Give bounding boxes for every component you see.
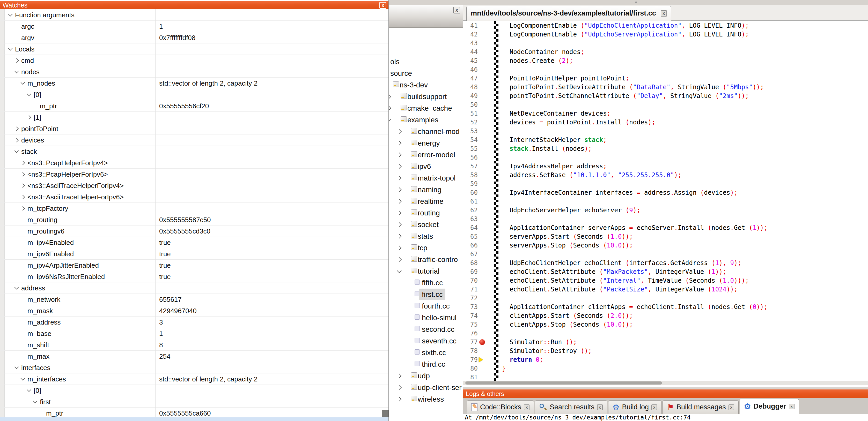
- watch-row[interactable]: Locals: [0, 43, 389, 55]
- code-line[interactable]: 72: [463, 294, 868, 302]
- watch-row[interactable]: [0]: [0, 89, 389, 100]
- chevron-right-icon[interactable]: [389, 94, 391, 99]
- line-number[interactable]: 77: [463, 338, 478, 347]
- code-line[interactable]: 52 devices = pointToPoint.Install (nodes…: [463, 118, 868, 127]
- line-number[interactable]: 45: [463, 56, 478, 65]
- chevron-right-icon[interactable]: [397, 164, 401, 169]
- line-number[interactable]: 62: [463, 206, 478, 215]
- code-line[interactable]: 67: [463, 250, 868, 259]
- chevron-right-icon[interactable]: [397, 234, 401, 238]
- tree-item[interactable]: error-model: [389, 149, 463, 161]
- watch-row[interactable]: argv0x7fffffffdf08: [0, 32, 389, 43]
- line-number[interactable]: 79: [463, 355, 478, 364]
- line-number[interactable]: 68: [463, 259, 478, 267]
- code-line[interactable]: 66 serverApps.Stop (Seconds (10.0));: [463, 241, 868, 250]
- code-line[interactable]: 79 return 0;: [463, 355, 868, 364]
- code-area[interactable]: 41 LogComponentEnable ("UdpEchoClientApp…: [463, 21, 868, 381]
- line-number[interactable]: 73: [463, 302, 478, 311]
- line-number[interactable]: 80: [463, 364, 478, 373]
- line-number[interactable]: 60: [463, 188, 478, 197]
- line-number[interactable]: 56: [463, 153, 478, 162]
- close-icon[interactable]: x: [524, 404, 529, 410]
- watch-row[interactable]: m_address3: [0, 317, 389, 328]
- tree-item[interactable]: energy: [389, 137, 463, 149]
- chevron-down-icon[interactable]: [14, 365, 19, 369]
- chevron-right-icon[interactable]: [397, 222, 401, 227]
- code-line[interactable]: 63: [463, 215, 868, 223]
- chevron-right-icon[interactable]: [21, 206, 25, 211]
- code-line[interactable]: 55 stack.Install (nodes);: [463, 144, 868, 153]
- chevron-down-icon[interactable]: [27, 388, 31, 392]
- line-number[interactable]: 44: [463, 47, 478, 56]
- chevron-right-icon[interactable]: [21, 161, 25, 165]
- tree-item[interactable]: ns-3-dev: [389, 79, 463, 91]
- code-line[interactable]: 69 echoClient.SetAttribute ("MaxPackets"…: [463, 267, 868, 276]
- watch-row[interactable]: cmd: [0, 55, 389, 66]
- watches-title-bar[interactable]: Watches x: [0, 1, 389, 9]
- line-number[interactable]: 71: [463, 285, 478, 294]
- tree-item[interactable]: buildsupport: [389, 91, 463, 102]
- watch-row[interactable]: m_routingv60x5555555cd3c0: [0, 226, 389, 237]
- tree-item[interactable]: examples: [389, 114, 463, 126]
- line-number[interactable]: 74: [463, 311, 478, 320]
- log-tab-debugger[interactable]: ⚙Debuggerx: [740, 399, 799, 414]
- tree-item[interactable]: socket: [389, 219, 463, 230]
- code-line[interactable]: 47 PointToPointHelper pointToPoint;: [463, 74, 868, 83]
- chevron-right-icon[interactable]: [14, 138, 19, 142]
- tree-item[interactable]: realtime: [389, 195, 463, 207]
- code-line[interactable]: 54 InternetStackHelper stack;: [463, 135, 868, 144]
- code-line[interactable]: 74 clientApps.Start (Seconds (2.0));: [463, 311, 868, 320]
- watch-row[interactable]: m_ipv6NsRsJitterEnabledtrue: [0, 271, 389, 282]
- line-number[interactable]: 81: [463, 373, 478, 381]
- code-line[interactable]: 41 LogComponentEnable ("UdpEchoClientApp…: [463, 21, 868, 30]
- code-line[interactable]: 58 address.SetBase ("10.1.1.0", "255.255…: [463, 171, 868, 180]
- line-number[interactable]: 75: [463, 320, 478, 329]
- line-number[interactable]: 66: [463, 241, 478, 250]
- watch-row[interactable]: m_network655617: [0, 294, 389, 305]
- tree-item[interactable]: wireless: [389, 393, 463, 405]
- logs-title-bar[interactable]: Logs & others: [463, 389, 868, 398]
- tree-item[interactable]: channel-mod: [389, 126, 463, 137]
- code-line[interactable]: 46: [463, 65, 868, 74]
- code-line[interactable]: 81: [463, 373, 868, 381]
- chevron-down-icon[interactable]: [14, 285, 19, 290]
- line-number[interactable]: 67: [463, 250, 478, 259]
- line-number[interactable]: 50: [463, 100, 478, 109]
- chevron-right-icon[interactable]: [397, 187, 401, 192]
- code-line[interactable]: 64 ApplicationContainer serverApps = ech…: [463, 223, 868, 232]
- log-tab-build-messages[interactable]: ⚑Build messagesx: [662, 400, 739, 414]
- watch-row[interactable]: m_ipv6Enabledtrue: [0, 248, 389, 260]
- chevron-right-icon[interactable]: [397, 374, 401, 378]
- management-panel-header[interactable]: x: [389, 5, 463, 28]
- code-line[interactable]: 53: [463, 127, 868, 135]
- watch-row[interactable]: m_mask4294967040: [0, 305, 389, 317]
- chevron-right-icon[interactable]: [14, 127, 19, 131]
- chevron-right-icon[interactable]: [397, 199, 401, 203]
- code-line[interactable]: 44 NodeContainer nodes;: [463, 47, 868, 56]
- code-line[interactable]: 60 Ipv4InterfaceContainer interfaces = a…: [463, 188, 868, 197]
- chevron-right-icon[interactable]: [21, 184, 25, 188]
- tree-item[interactable]: traffic-contro: [389, 254, 463, 265]
- chevron-down-icon[interactable]: [14, 149, 19, 153]
- chevron-right-icon[interactable]: [14, 59, 19, 63]
- code-line[interactable]: 57 Ipv4AddressHelper address;: [463, 162, 868, 171]
- code-line[interactable]: 71 echoClient.SetAttribute ("PacketSize"…: [463, 285, 868, 294]
- close-icon[interactable]: x: [379, 2, 386, 9]
- breakpoint-icon[interactable]: [479, 339, 485, 345]
- watch-row[interactable]: m_tcpFactory: [0, 203, 389, 214]
- line-number[interactable]: 57: [463, 162, 478, 171]
- line-number[interactable]: 47: [463, 74, 478, 83]
- code-line[interactable]: 65 serverApps.Start (Seconds (1.0));: [463, 232, 868, 241]
- watch-row[interactable]: <ns3::AsciiTraceHelperForIpv6>: [0, 191, 389, 203]
- tree-item[interactable]: second.cc: [389, 324, 463, 335]
- line-number[interactable]: 69: [463, 267, 478, 276]
- horizontal-scrollbar[interactable]: [463, 381, 868, 385]
- code-line[interactable]: 50: [463, 100, 868, 109]
- line-number[interactable]: 51: [463, 109, 478, 118]
- line-number[interactable]: 65: [463, 232, 478, 241]
- line-number[interactable]: 64: [463, 223, 478, 232]
- watch-row[interactable]: argc1: [0, 21, 389, 32]
- watch-row[interactable]: [0]: [0, 385, 389, 396]
- watch-row[interactable]: interfaces: [0, 362, 389, 374]
- close-icon[interactable]: x: [789, 404, 795, 409]
